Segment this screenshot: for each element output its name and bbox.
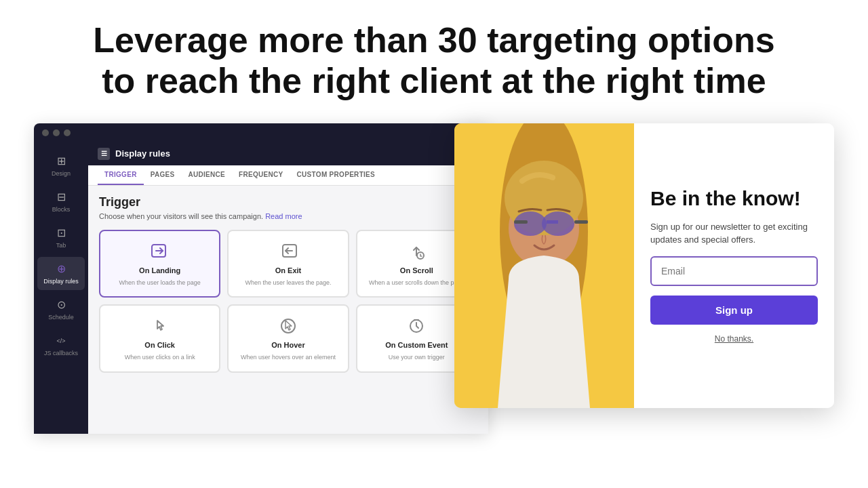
sidebar-item-tab[interactable]: ⊡ Tab: [37, 221, 85, 254]
blocks-icon: ⊟: [54, 190, 68, 204]
sidebar-label-design: Design: [52, 170, 71, 177]
design-icon: ⊞: [54, 155, 68, 168]
display-rules-icon: ⊕: [54, 262, 68, 276]
svg-rect-12: [547, 220, 558, 224]
on-exit-name: On Exit: [275, 266, 302, 274]
trigger-card-on-landing[interactable]: On Landing When the user loads the page: [99, 230, 220, 298]
browser-dot-red: [42, 129, 49, 136]
browser-dot-yellow: [53, 129, 60, 136]
sidebar-item-blocks[interactable]: ⊟ Blocks: [37, 185, 85, 218]
trigger-card-on-exit[interactable]: On Exit When the user leaves the page.: [227, 230, 349, 298]
trigger-title: Trigger: [99, 195, 477, 209]
sidebar-item-js-callbacks[interactable]: </> JS callbacks: [37, 329, 85, 362]
main-headline: Leverage more than 30 targeting options …: [93, 20, 775, 102]
on-exit-desc: When the user leaves the page.: [245, 279, 331, 287]
tab-custom-properties[interactable]: CUSTOM PROPERTIES: [290, 165, 382, 185]
browser-dot-green: [64, 129, 71, 136]
panel-header-icon: ☰: [98, 148, 110, 160]
headline-line1: Leverage more than 30 targeting options: [93, 20, 775, 60]
browser-bar: [34, 123, 488, 142]
trigger-content: Trigger Choose when your visitors will s…: [88, 186, 488, 434]
sidebar-label-display-rules: Display rules: [43, 278, 79, 285]
sidebar-item-display-rules[interactable]: ⊕ Display rules: [37, 257, 85, 290]
on-scroll-desc: When a user scrolls down the page: [369, 279, 465, 287]
app-sidebar: ⊞ Design ⊟ Blocks ⊡ Tab ⊕ Display rules: [34, 142, 88, 434]
panel-title: Display rules: [115, 148, 170, 159]
js-callbacks-icon: </>: [54, 334, 68, 348]
sidebar-item-schedule[interactable]: ⊙ Schedule: [37, 293, 85, 326]
on-custom-event-icon: [406, 315, 427, 337]
sidebar-item-design[interactable]: ⊞ Design: [37, 149, 85, 182]
on-landing-desc: When the user loads the page: [119, 279, 201, 287]
on-click-icon: [149, 315, 171, 337]
browser-mockup: ⊞ Design ⊟ Blocks ⊡ Tab ⊕ Display rules: [34, 123, 488, 434]
popup-image: [454, 123, 634, 408]
on-exit-icon: [277, 241, 299, 262]
trigger-grid: On Landing When the user loads the page: [99, 230, 477, 373]
tab-pages[interactable]: PAGES: [144, 165, 182, 185]
trigger-subtitle-text: Choose when your visitors will see this …: [99, 212, 263, 220]
popup-form: Be in the know! Sign up for our newslett…: [634, 123, 834, 408]
on-hover-icon: [277, 315, 299, 337]
popup-title: Be in the know!: [650, 187, 818, 211]
svg-rect-13: [514, 220, 528, 224]
sidebar-label-blocks: Blocks: [52, 206, 71, 213]
browser-content: ⊞ Design ⊟ Blocks ⊡ Tab ⊕ Display rules: [34, 142, 488, 434]
sidebar-label-tab: Tab: [56, 242, 66, 249]
tab-frequency[interactable]: FREQUENCY: [232, 165, 290, 185]
email-input[interactable]: [650, 256, 818, 286]
on-landing-icon: [149, 241, 171, 262]
headline-line2: to reach the right client at the right t…: [102, 61, 766, 100]
sidebar-label-js-callbacks: JS callbacks: [44, 350, 78, 357]
no-thanks-link[interactable]: No thanks.: [650, 334, 818, 344]
on-custom-event-name: On Custom Event: [385, 341, 448, 349]
on-scroll-icon: [406, 241, 427, 262]
trigger-card-on-click[interactable]: On Click When user clicks on a link: [99, 304, 220, 373]
read-more-link[interactable]: Read more: [265, 212, 302, 220]
on-hover-name: On Hover: [271, 341, 305, 349]
on-scroll-name: On Scroll: [400, 266, 433, 274]
svg-rect-14: [574, 220, 588, 224]
svg-rect-3: [281, 319, 295, 333]
signup-button[interactable]: Sign up: [650, 296, 818, 325]
on-landing-name: On Landing: [139, 266, 180, 274]
page-wrapper: Leverage more than 30 targeting options …: [0, 0, 868, 488]
tab-audience[interactable]: AUDIENCE: [181, 165, 232, 185]
on-click-desc: When user clicks on a link: [125, 353, 195, 362]
popup-overlay: Be in the know! Sign up for our newslett…: [454, 123, 834, 408]
trigger-card-on-hover[interactable]: On Hover When user hovers over an elemen…: [227, 304, 349, 373]
trigger-subtitle: Choose when your visitors will see this …: [99, 212, 477, 220]
tab-trigger[interactable]: TRIGGER: [98, 165, 144, 185]
panel-header: ☰ Display rules: [88, 142, 488, 165]
tab-icon: ⊡: [54, 226, 68, 240]
tabs-row: TRIGGER PAGES AUDIENCE FREQUENCY CUSTOM …: [88, 165, 488, 186]
on-hover-desc: When user hovers over an element: [241, 353, 336, 362]
on-custom-event-desc: Use your own trigger: [389, 353, 445, 362]
popup-description: Sign up for our newsletter to get exciti…: [650, 220, 818, 247]
sidebar-label-schedule: Schedule: [48, 314, 74, 321]
schedule-icon: ⊙: [54, 298, 68, 312]
content-area: ⊞ Design ⊟ Blocks ⊡ Tab ⊕ Display rules: [34, 123, 834, 434]
on-click-name: On Click: [144, 341, 175, 349]
main-panel: ☰ Display rules TRIGGER PAGES AUDIENCE F…: [88, 142, 488, 434]
